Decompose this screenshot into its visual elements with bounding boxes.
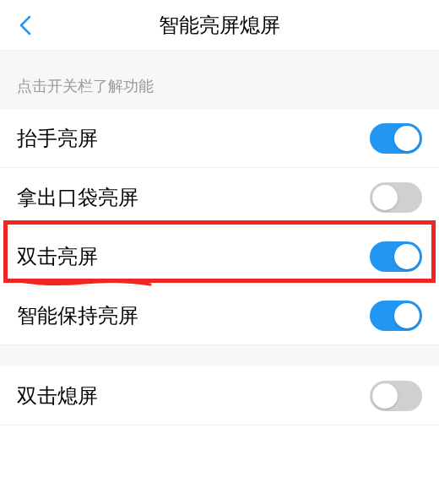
row-label: 拿出口袋亮屏 — [17, 184, 370, 211]
row-label: 双击亮屏 — [17, 243, 370, 270]
toggle-double-tap-sleep[interactable] — [370, 381, 422, 411]
section-gap — [0, 345, 439, 366]
row-double-tap-sleep[interactable]: 双击熄屏 — [0, 366, 439, 425]
row-label: 抬手亮屏 — [17, 125, 370, 152]
row-raise-to-wake[interactable]: 抬手亮屏 — [0, 109, 439, 168]
settings-screen: 智能亮屏熄屏 点击开关栏了解功能 抬手亮屏 拿出口袋亮屏 双击亮屏 智能保持亮屏… — [0, 0, 439, 504]
section-hint: 点击开关栏了解功能 — [0, 51, 439, 109]
toggle-knob — [372, 383, 398, 409]
toggle-knob — [394, 303, 420, 328]
toggle-knob — [394, 244, 420, 269]
toggle-knob — [372, 185, 398, 210]
back-button[interactable] — [13, 13, 38, 38]
header-bar: 智能亮屏熄屏 — [0, 0, 439, 51]
toggle-pocket-wake[interactable] — [370, 182, 422, 213]
toggle-knob — [394, 126, 420, 151]
page-title: 智能亮屏熄屏 — [0, 12, 439, 39]
toggle-double-tap-wake[interactable] — [370, 241, 422, 272]
row-label: 智能保持亮屏 — [17, 302, 370, 329]
toggle-raise-to-wake[interactable] — [370, 123, 422, 154]
row-pocket-wake[interactable]: 拿出口袋亮屏 — [0, 168, 439, 227]
toggle-smart-stay[interactable] — [370, 301, 422, 331]
row-double-tap-wake[interactable]: 双击亮屏 — [0, 227, 439, 286]
chevron-left-icon — [19, 15, 31, 35]
row-label: 双击熄屏 — [17, 382, 370, 409]
row-smart-stay[interactable]: 智能保持亮屏 — [0, 286, 439, 345]
